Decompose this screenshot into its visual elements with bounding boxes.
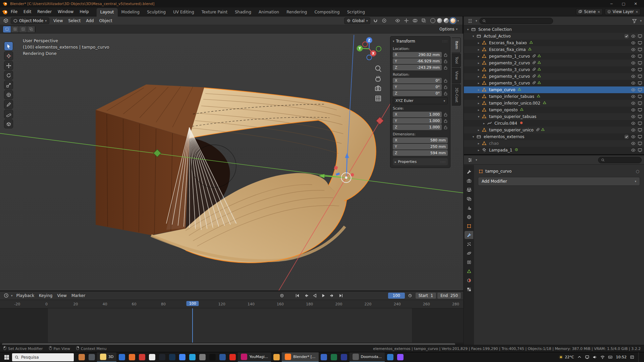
select-extend-icon[interactable] <box>11 26 19 33</box>
proportional-editing-icon[interactable] <box>380 17 388 24</box>
display-icon[interactable] <box>585 355 589 359</box>
outliner-search-input[interactable] <box>479 18 553 24</box>
frame-end-field[interactable]: End250 <box>437 293 461 299</box>
rotation-x-field[interactable]: X0° <box>393 78 442 83</box>
current-frame-badge[interactable]: 100 <box>186 301 199 306</box>
sidebar-tab-item[interactable]: Item <box>452 38 461 53</box>
taskbar-app-icon-7[interactable] <box>147 352 157 362</box>
dimensions-z-field[interactable]: Z594 mm <box>393 150 448 156</box>
auto-keying-icon[interactable] <box>278 292 286 299</box>
chevron-down-icon[interactable]: ▾ <box>476 158 477 162</box>
object-visibility-icon[interactable] <box>394 17 401 24</box>
render-properties-tab[interactable] <box>465 177 473 185</box>
output-properties-tab[interactable] <box>465 186 473 194</box>
taskbar-app-icon-6[interactable] <box>137 352 147 362</box>
menu-help[interactable]: Help <box>76 8 92 15</box>
disable-viewport-icon[interactable] <box>637 60 643 66</box>
hide-viewport-eye-icon[interactable] <box>630 67 636 72</box>
tweak-select-tool-icon[interactable] <box>4 42 13 51</box>
expand-icon[interactable]: ▸ <box>477 48 481 51</box>
volume-icon[interactable] <box>593 355 597 359</box>
show-gizmo-icon[interactable] <box>402 17 410 24</box>
taskbar-app-icon-20[interactable] <box>329 352 339 362</box>
taskbar-open-app-youmagi-[interactable]: YouMagi... <box>238 352 271 362</box>
scene-selector[interactable]: Scene ✕ <box>576 8 602 15</box>
sidebar-tab-tool[interactable]: Tool <box>452 53 461 67</box>
chevron-down-icon[interactable]: ▾ <box>476 19 477 22</box>
properties-search-input[interactable] <box>598 157 642 163</box>
keyboard-icon[interactable] <box>608 355 612 359</box>
move-tool-icon[interactable] <box>4 61 13 70</box>
frame-start-field[interactable]: Start1 <box>416 293 436 299</box>
chevron-down-icon[interactable]: ▾ <box>11 294 13 297</box>
shading-rendered-icon[interactable] <box>450 18 455 23</box>
nav-neg-y-ball[interactable] <box>376 46 381 51</box>
disable-viewport-icon[interactable] <box>637 74 643 79</box>
workspace-tab-rendering[interactable]: Rendering <box>283 8 311 16</box>
playhead[interactable] <box>192 308 193 343</box>
hide-viewport-eye-icon[interactable] <box>630 134 636 139</box>
workspace-tab-uv-editing[interactable]: UV Editing <box>169 8 198 16</box>
outliner-item-pegamento-1-curvo[interactable]: ▸pegamento_1_curvo <box>464 53 644 60</box>
menu-window[interactable]: Window <box>55 8 76 15</box>
taskbar-app-icon-11[interactable] <box>187 352 197 362</box>
minimize-button[interactable]: ─ <box>606 0 617 7</box>
collapse-icon[interactable]: ▾ <box>471 135 475 138</box>
expand-icon[interactable]: ▸ <box>482 122 486 125</box>
measure-tool-icon[interactable] <box>4 110 13 119</box>
rotation-y-field[interactable]: Y0° <box>393 84 442 90</box>
lock-icon[interactable] <box>443 113 448 117</box>
material-properties-tab[interactable] <box>465 276 473 284</box>
scale-z-field[interactable]: Z1.000 <box>393 124 442 130</box>
workspace-tab-modeling[interactable]: Modeling <box>118 8 144 16</box>
hide-viewport-eye-icon[interactable] <box>630 114 636 119</box>
location-z-field[interactable]: Z-243.29 mm <box>393 65 442 70</box>
expand-icon[interactable]: ▸ <box>477 41 481 45</box>
scale-x-field[interactable]: X1.000 <box>393 112 442 117</box>
taskbar-app-icon-4[interactable] <box>117 352 127 362</box>
menu-edit[interactable]: Edit <box>20 8 34 15</box>
rotation-mode-dropdown[interactable]: XYZ Euler▾ <box>393 97 448 104</box>
hide-viewport-eye-icon[interactable] <box>630 127 636 133</box>
modifiers-properties-tab[interactable] <box>465 231 473 239</box>
mode-dropdown[interactable]: Object Mode ▾ <box>11 17 49 24</box>
use-preview-range-icon[interactable] <box>406 292 414 299</box>
taskbar-app-icon-9[interactable] <box>167 352 177 362</box>
taskbar-app-icon-13[interactable] <box>207 352 217 362</box>
gizmo-x-handle[interactable] <box>351 173 354 177</box>
outliner-item-tampo-superior-tabuas[interactable]: ▾tampo_superior_tabuas <box>464 113 644 120</box>
annotate-tool-icon[interactable] <box>4 100 13 109</box>
expand-icon[interactable]: ▸ <box>477 108 481 112</box>
hide-viewport-eye-icon[interactable] <box>630 47 636 52</box>
timeline-menu-playback[interactable]: Playback <box>14 292 37 299</box>
outliner-item-tampo-superior-unico[interactable]: ▸tampo_superior_unico <box>464 127 644 133</box>
taskbar-open-app-doomsda-[interactable]: Doomsda... <box>350 352 385 362</box>
object-data-properties-tab[interactable] <box>465 267 473 275</box>
viewport-canvas[interactable]: Z Y X User Pe <box>0 34 463 291</box>
properties-subpanel[interactable]: ▸ Properties :::: <box>393 158 448 165</box>
outliner-item-tampo-oposto[interactable]: ▸tampo_oposto <box>464 107 644 113</box>
dimensions-y-field[interactable]: Y250 mm <box>393 144 448 149</box>
rotation-z-field[interactable]: Z0° <box>393 90 442 96</box>
scene-unlink-icon[interactable]: ✕ <box>597 10 600 14</box>
sidebar-tab-view[interactable]: View <box>452 68 461 83</box>
workspace-tab-scripting[interactable]: Scripting <box>343 8 369 16</box>
dimensions-x-field[interactable]: X580 mm <box>393 137 448 143</box>
expand-icon[interactable]: ▸ <box>477 142 481 145</box>
disable-viewport-icon[interactable] <box>637 114 643 119</box>
start-button[interactable] <box>1 352 12 362</box>
hide-viewport-eye-icon[interactable] <box>630 107 636 113</box>
location-y-field[interactable]: Y-66.929 mm <box>393 58 442 64</box>
view-layer-properties-tab[interactable] <box>465 195 473 203</box>
jump-to-end-icon[interactable] <box>337 292 345 299</box>
options-dropdown[interactable]: Options ▾ <box>437 26 460 32</box>
taskbar-app-icon-24[interactable] <box>395 352 405 362</box>
scene-properties-tab[interactable] <box>465 204 473 212</box>
hide-viewport-eye-icon[interactable] <box>630 54 636 59</box>
world-properties-tab[interactable] <box>465 213 473 221</box>
expand-icon[interactable]: ▸ <box>477 102 481 105</box>
editor-type-icon[interactable] <box>2 17 9 24</box>
outliner-item-elementos-externos[interactable]: ▾elementos_externos <box>464 133 644 140</box>
disable-viewport-icon[interactable] <box>637 47 643 52</box>
taskbar-app-icon-12[interactable] <box>197 352 207 362</box>
